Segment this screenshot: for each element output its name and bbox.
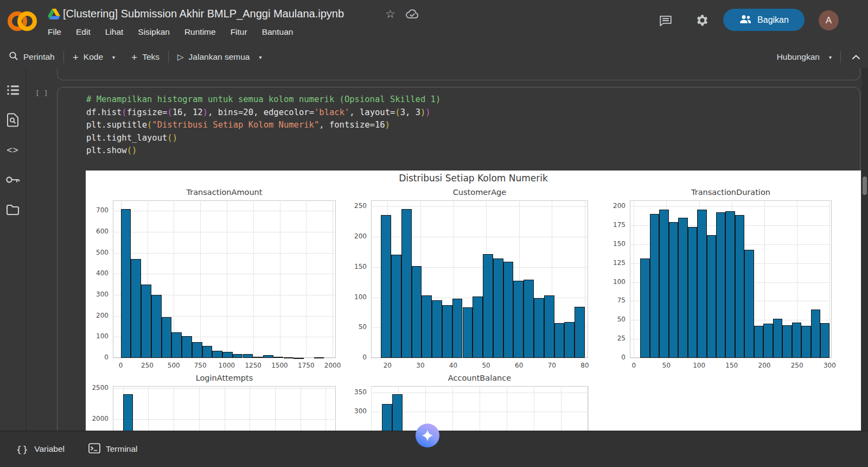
- account-avatar[interactable]: A: [819, 10, 839, 30]
- histogram-bar: [382, 404, 392, 431]
- code-line: plt.tight_layout(): [86, 132, 441, 145]
- gridline-vertical: [306, 200, 307, 358]
- histogram-bar: [820, 323, 830, 358]
- notebook-title[interactable]: [Clustering] Submission Akhir BMLP_Anggi…: [63, 8, 344, 20]
- plus-icon: +: [73, 52, 79, 62]
- subplot-title: TransactionAmount: [113, 188, 336, 197]
- y-tick-label: 50: [602, 315, 626, 323]
- y-tick-label: 100: [343, 293, 367, 301]
- histogram-AccountBalance: 02.557.51012.51517.520300350AccountBalan…: [371, 386, 588, 431]
- share-people-icon: [739, 14, 752, 26]
- histogram-bar: [192, 342, 202, 358]
- gridline-vertical: [225, 386, 225, 431]
- histogram-bar: [243, 354, 253, 358]
- chevron-down-icon: ▾: [112, 54, 115, 60]
- gridline-vertical: [333, 200, 333, 358]
- x-tick-label: 750: [187, 362, 214, 369]
- x-tick-label: 2000: [319, 362, 346, 369]
- code-icon[interactable]: <>: [7, 143, 18, 157]
- gridline-horizontal: [630, 358, 832, 358]
- variables-label: Variabel: [34, 444, 65, 454]
- x-tick-label: 500: [160, 362, 187, 369]
- code-editor[interactable]: # Menampilkan histogram untuk semua kolo…: [86, 93, 441, 157]
- code-line: plt.show(): [86, 144, 441, 157]
- terminal-button[interactable]: Terminal: [88, 443, 138, 456]
- y-tick-label: 2500: [86, 384, 108, 392]
- x-tick-label: 40: [440, 362, 467, 369]
- histogram-bar: [233, 354, 243, 358]
- menu-item-file[interactable]: File: [48, 27, 61, 37]
- run-all-button[interactable]: ▷ Jalankan semua ▾: [177, 52, 261, 62]
- comments-icon[interactable]: [659, 14, 673, 30]
- histogram-bar: [534, 298, 544, 358]
- histogram-bar: [123, 394, 133, 431]
- settings-gear-icon[interactable]: [694, 13, 709, 30]
- x-tick-label: 50: [653, 362, 680, 369]
- gridline-vertical: [301, 386, 301, 431]
- y-tick-label: 500: [86, 249, 108, 256]
- histogram-bar: [792, 323, 802, 358]
- histogram-LoginAttempts: 11.522.533.544.5520002500LoginAttempts: [113, 386, 336, 431]
- histogram-bar: [735, 215, 745, 358]
- cloud-saved-icon[interactable]: [405, 9, 419, 22]
- plus-icon: +: [131, 52, 137, 62]
- share-button[interactable]: Bagikan: [723, 9, 805, 31]
- scrollbar-track[interactable]: [861, 68, 868, 431]
- y-tick-label: 0: [343, 354, 367, 361]
- histogram-bar: [273, 357, 284, 358]
- histogram-bar: [659, 210, 669, 358]
- y-tick-label: 200: [602, 202, 626, 210]
- y-tick-label: 25: [602, 335, 626, 342]
- histogram-bar: [452, 299, 463, 358]
- menu-item-fitur[interactable]: Fitur: [231, 27, 247, 37]
- histogram-bar: [442, 305, 452, 358]
- histogram-TransactionAmount: 0250500750100012501500175020000100200300…: [113, 200, 336, 358]
- y-tick-label: 0: [602, 354, 626, 361]
- connect-button[interactable]: Hubungkan ▾: [777, 52, 832, 62]
- terminal-icon: [88, 443, 100, 456]
- histogram-bar: [422, 295, 432, 358]
- variables-button[interactable]: {} Variabel: [16, 444, 65, 455]
- gridline-horizontal: [113, 211, 336, 211]
- histogram-bar: [253, 357, 263, 358]
- star-icon[interactable]: ☆: [385, 8, 395, 21]
- add-code-button[interactable]: + Kode ▾: [73, 52, 115, 62]
- menu-bar: FileEditLihatSisipkanRuntimeFiturBantuan: [48, 27, 293, 37]
- gridline-vertical: [326, 386, 326, 431]
- histogram-bar: [575, 307, 585, 358]
- scrollbar-thumb[interactable]: [863, 176, 867, 195]
- menu-item-lihat[interactable]: Lihat: [105, 27, 124, 37]
- x-tick-label: 60: [506, 362, 533, 369]
- gridline-vertical: [200, 200, 201, 358]
- add-text-button[interactable]: + Teks: [131, 52, 159, 62]
- y-tick-label: 100: [86, 332, 108, 340]
- histogram-bar: [744, 250, 754, 358]
- gemini-spark-button[interactable]: [416, 424, 439, 447]
- y-tick-label: 600: [86, 228, 108, 235]
- find-in-document-icon[interactable]: [7, 113, 19, 127]
- histogram-bar: [381, 215, 391, 358]
- x-tick-label: 70: [538, 362, 565, 369]
- x-tick-label: 50: [473, 362, 500, 369]
- key-icon[interactable]: [5, 173, 20, 187]
- collapse-toolbar-button[interactable]: [852, 54, 860, 60]
- histogram-bar: [503, 262, 514, 358]
- folder-icon[interactable]: [6, 203, 20, 217]
- colab-logo[interactable]: [8, 8, 38, 31]
- menu-item-bantuan[interactable]: Bantuan: [262, 27, 293, 37]
- code-line: # Menampilkan histogram untuk semua kolo…: [86, 93, 441, 106]
- histogram-bar: [212, 351, 222, 358]
- x-tick-label: 80: [571, 362, 598, 369]
- code-cell[interactable]: # Menampilkan histogram untuk semua kolo…: [57, 87, 860, 431]
- menu-item-edit[interactable]: Edit: [76, 27, 91, 37]
- menu-item-runtime[interactable]: Runtime: [184, 27, 216, 37]
- menu-item-sisipkan[interactable]: Sisipkan: [138, 27, 170, 37]
- histogram-TransactionDuration: 0501001502002503000255075100125150175200…: [630, 200, 832, 358]
- top-header: [Clustering] Submission Akhir BMLP_Anggi…: [0, 0, 868, 46]
- cell-run-indicator[interactable]: [ ]: [35, 89, 48, 97]
- command-palette-button[interactable]: Perintah: [9, 51, 55, 63]
- table-of-contents-icon[interactable]: [7, 83, 20, 97]
- x-tick-label: 20: [374, 362, 401, 369]
- y-tick-label: 300: [343, 407, 367, 415]
- gridline-horizontal: [113, 232, 336, 232]
